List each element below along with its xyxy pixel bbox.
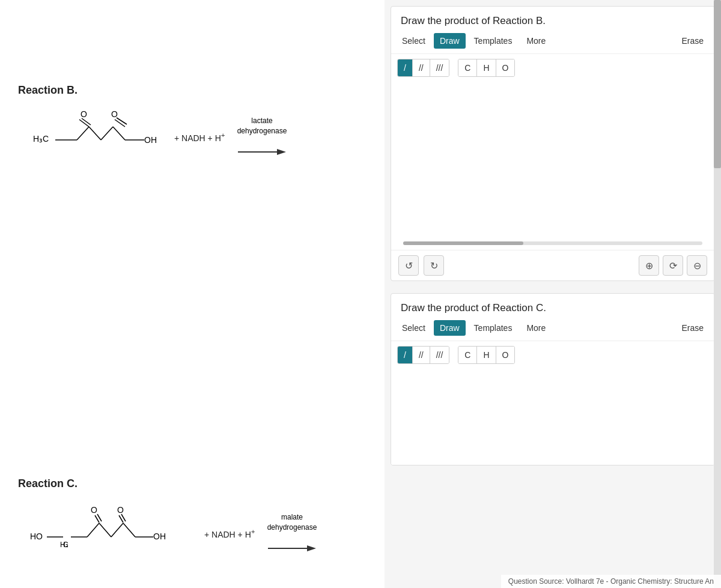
atom-c-btn-b[interactable]: C [458,59,477,76]
svg-text:O: O [111,109,118,119]
templates-btn-c[interactable]: Templates [468,320,519,336]
zoom-reset-icon-b: ⟳ [669,260,677,271]
undo-btn-b[interactable]: ↺ [398,255,419,276]
svg-line-2 [77,127,89,140]
erase-btn-c[interactable]: Erase [675,320,710,336]
canvas-scrollbar-b[interactable] [403,241,702,245]
triple-bond-btn-b[interactable]: /// [430,59,449,76]
svg-line-3 [89,127,101,140]
scrollbar-track[interactable] [714,0,721,588]
canvas-scrollbar-thumb-b [403,241,523,245]
templates-btn-b[interactable]: Templates [468,33,519,49]
footer-text: Question Source: Vollhardt 7e - Organic … [508,577,714,586]
zoom-out-icon-b: ⊖ [693,260,701,271]
bond-group-b: / // /// [397,59,449,77]
reaction-c-section: Reaction C. HO H₂ C [18,477,367,565]
redo-btn-b[interactable]: ↻ [424,255,444,276]
zoom-group-b: ⊕ ⟳ ⊖ [639,255,707,276]
zoom-in-icon-b: ⊕ [645,260,653,271]
svg-text:HO: HO [30,532,43,541]
more-btn-c[interactable]: More [520,320,552,336]
reaction-b-reagents: + NADH + H+ [174,131,225,143]
svg-line-7 [101,127,113,140]
single-bond-btn-b[interactable]: / [398,59,413,76]
redo-icon-b: ↻ [430,260,438,271]
svg-text:O: O [91,505,97,515]
draw-btn-c[interactable]: Draw [434,320,466,336]
reaction-b-title: Reaction B. [18,84,367,97]
draw-canvas-c[interactable] [391,369,714,465]
draw-panel-c: Draw the product of Reaction C. Select D… [391,293,715,465]
reaction-b-arrow: lactatedehydrogenase [237,116,287,158]
svg-line-8 [113,127,125,140]
svg-line-21 [87,523,99,537]
select-btn-b[interactable]: Select [396,33,431,49]
svg-line-22 [99,523,111,537]
draw-panel-c-title: Draw the product of Reaction C. [391,294,714,320]
reaction-b-reactant: H₃C O [30,109,162,165]
reaction-c-reagents: + NADH + H+ [204,527,255,539]
svg-text:OH: OH [153,532,166,541]
svg-text:O: O [117,505,124,515]
reaction-c-diagram: HO H₂ C O [30,502,367,565]
reaction-c-reactant: HO H₂ C O [30,502,192,565]
atom-group-c: C H O [458,346,515,364]
select-btn-c[interactable]: Select [396,320,431,336]
undo-redo-group-b: ↺ ↻ [398,255,444,276]
draw-btn-b[interactable]: Draw [434,33,466,49]
draw-toolbar-b: Select Draw Templates More Erase [391,33,714,54]
double-bond-btn-c[interactable]: // [413,347,430,363]
draw-canvas-b[interactable] [391,82,714,250]
scrollbar-thumb [714,0,721,168]
svg-text:H₃C: H₃C [33,134,49,144]
svg-text:O: O [81,109,87,119]
erase-btn-b[interactable]: Erase [675,33,710,49]
page-footer: Question Source: Vollhardt 7e - Organic … [501,575,721,588]
zoom-in-btn-b[interactable]: ⊕ [639,255,659,276]
svg-marker-34 [307,545,316,551]
triple-bond-btn-c[interactable]: /// [430,347,449,363]
svg-marker-15 [277,149,286,155]
zoom-reset-btn-b[interactable]: ⟳ [663,255,683,276]
svg-text:OH: OH [144,135,157,145]
left-panel: Reaction B. H₃C [0,0,385,588]
svg-line-27 [123,523,135,537]
reaction-c-enzyme: malatedehydrogenase [267,512,317,533]
double-bond-btn-b[interactable]: // [413,59,430,76]
atom-group-b: C H O [458,59,515,77]
draw-toolbar-c: Select Draw Templates More Erase [391,320,714,341]
undo-icon-b: ↺ [405,260,413,271]
atom-h-btn-b[interactable]: H [477,59,496,76]
svg-line-10 [117,118,127,124]
single-bond-btn-c[interactable]: / [398,347,413,363]
svg-line-26 [111,523,123,537]
draw-panel-b: Draw the product of Reaction B. Select D… [391,6,715,281]
svg-line-9 [115,120,125,127]
svg-text:C: C [63,541,68,549]
zoom-out-btn-b[interactable]: ⊖ [687,255,707,276]
atom-c-btn-c[interactable]: C [458,347,477,363]
reaction-c-title: Reaction C. [18,477,367,490]
reaction-b-enzyme: lactatedehydrogenase [237,116,287,136]
svg-line-5 [82,118,91,125]
draw-bottom-controls-b: ↺ ↻ ⊕ ⟳ ⊖ [391,250,714,280]
atom-h-btn-c[interactable]: H [477,347,496,363]
draw-panel-b-title: Draw the product of Reaction B. [391,7,714,33]
bond-group-c: / // /// [397,346,449,364]
more-btn-b[interactable]: More [520,33,552,49]
reaction-b-section: Reaction B. H₃C [18,84,367,165]
atom-o-btn-b[interactable]: O [496,59,515,76]
reaction-c-arrow: malatedehydrogenase [267,512,317,554]
right-panel: Draw the product of Reaction B. Select D… [385,0,721,588]
atom-o-btn-c[interactable]: O [496,347,515,363]
reaction-b-diagram: H₃C O [30,109,367,165]
